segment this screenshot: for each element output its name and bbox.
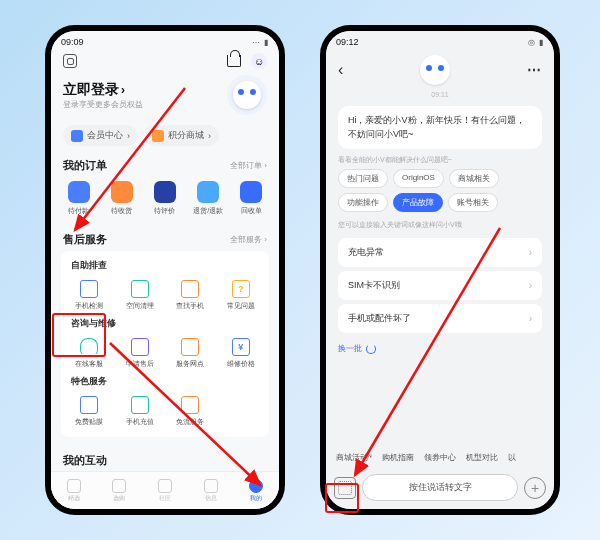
message-icon[interactable]: ☺	[251, 53, 267, 69]
chevron-right-icon: ›	[529, 247, 532, 258]
status-time-r: 09:12	[336, 37, 359, 47]
phone-check-icon	[80, 280, 98, 298]
chip-row: 热门问题 OriginOS 商城相关 功能操作 产品故障 账号相关	[326, 169, 554, 218]
repair-price[interactable]: ¥维修价格	[217, 334, 266, 373]
order-recycle[interactable]: 回收单	[231, 181, 271, 216]
storage-clean[interactable]: 空间清理	[116, 276, 165, 315]
robot-avatar-icon	[233, 81, 261, 109]
order-refund[interactable]: 退货/退款	[188, 181, 228, 216]
login-subtitle: 登录享受更多会员权益	[63, 99, 143, 110]
tab-community[interactable]: 社区	[158, 479, 172, 503]
tab-featured[interactable]: 精选	[67, 479, 81, 503]
wallet-icon	[68, 181, 90, 203]
tab-messages[interactable]: 信息	[204, 479, 218, 503]
refresh-icon	[366, 344, 376, 354]
diamond-icon	[71, 130, 83, 142]
aftersale-title: 售后服务	[63, 232, 107, 247]
settings-hex-icon[interactable]	[63, 54, 77, 68]
form-icon	[131, 338, 149, 356]
status-time: 09:09	[61, 37, 84, 47]
quick-model-compare[interactable]: 机型对比	[466, 452, 498, 463]
status-icons-right: ⋯ ▮	[252, 38, 269, 47]
chip-account[interactable]: 账号相关	[448, 193, 498, 212]
cart-icon[interactable]	[227, 55, 241, 67]
order-pending-receipt[interactable]: 待收货	[102, 181, 142, 216]
chip-function[interactable]: 功能操作	[338, 193, 388, 212]
tab-shop[interactable]: 选购	[112, 479, 126, 503]
phone-left: 09:09 ⋯ ▮ ☺ 立即登录› 登录享受更多会员权益 会员中心 ›	[45, 25, 285, 515]
chip-hot[interactable]: 热门问题	[338, 169, 388, 188]
plus-button[interactable]: +	[524, 477, 546, 499]
keyboard-toggle-icon[interactable]	[334, 477, 356, 499]
interact-title: 我的互动	[63, 453, 107, 468]
status-icons-r: ◎ ▮	[528, 38, 544, 47]
headset-icon	[80, 338, 98, 356]
phone-topup[interactable]: 手机充值	[116, 392, 165, 431]
refresh-batch[interactable]: 换一批	[326, 337, 554, 360]
broom-icon	[131, 280, 149, 298]
chat-avatar-icon	[420, 55, 450, 85]
login-title[interactable]: 立即登录›	[63, 81, 143, 99]
voice-input[interactable]: 按住说话转文字	[362, 474, 518, 501]
chip-mall[interactable]: 商城相关	[449, 169, 499, 188]
points-mall-pill[interactable]: 积分商城 ›	[144, 125, 219, 146]
service-point[interactable]: 服务网点	[166, 334, 215, 373]
quick-buying-guide[interactable]: 购机指南	[382, 452, 414, 463]
orders-more[interactable]: 全部订单 ›	[230, 160, 267, 171]
quick-mall-activity[interactable]: 商城活动ᴺ	[336, 452, 372, 463]
package-icon	[111, 181, 133, 203]
chevron-right-icon: ›	[529, 280, 532, 291]
orders-title: 我的订单	[63, 158, 107, 173]
avatar[interactable]	[227, 75, 267, 115]
chat-input-row: 按住说话转文字 +	[326, 470, 554, 505]
coin-icon	[152, 130, 164, 142]
quick-trade-in[interactable]: 以	[508, 452, 516, 463]
find-phone[interactable]: 查找手机	[166, 276, 215, 315]
group-consult-title: 咨询与维修	[65, 315, 265, 334]
faq-broken[interactable]: 手机或配件坏了›	[338, 304, 542, 333]
input-tip: 您可以直接输入关键词或像这样问小V哦	[326, 218, 554, 234]
film-icon	[80, 396, 98, 414]
phone-right: 09:12 ◎ ▮ ‹ ⋯ 09:11 Hi，亲爱的小V粉，新年快乐！有什么问题…	[320, 25, 560, 515]
tab-mine[interactable]: 我的	[249, 479, 263, 503]
greeting-bubble: Hi，亲爱的小V粉，新年快乐！有什么问题，不妨问问小V吧~	[338, 106, 542, 149]
faq[interactable]: ?常见问题	[217, 276, 266, 315]
phone-check[interactable]: 手机检测	[65, 276, 114, 315]
apply-aftersale[interactable]: 申请售后	[116, 334, 165, 373]
aftersale-more[interactable]: 全部服务 ›	[230, 234, 267, 245]
chevron-right-icon: ›	[529, 313, 532, 324]
group-special-title: 特色服务	[65, 373, 265, 392]
refund-icon	[197, 181, 219, 203]
chip-originos[interactable]: OriginOS	[393, 169, 444, 188]
back-button[interactable]: ‹	[338, 61, 343, 79]
order-pending-payment[interactable]: 待付款	[59, 181, 99, 216]
faq-sim[interactable]: SIM卡不识别›	[338, 271, 542, 300]
review-icon	[154, 181, 176, 203]
member-center-pill[interactable]: 会员中心 ›	[63, 125, 138, 146]
price-icon: ¥	[232, 338, 250, 356]
more-menu[interactable]: ⋯	[527, 62, 542, 78]
bag-icon	[112, 479, 126, 493]
chip-product-fault[interactable]: 产品故障	[393, 193, 443, 212]
question-icon: ?	[232, 280, 250, 298]
free-film[interactable]: 免费贴膜	[65, 392, 114, 431]
recycle-icon	[240, 181, 262, 203]
free-data[interactable]: 免流服务	[166, 392, 215, 431]
person-icon	[249, 479, 263, 493]
quick-coupon-center[interactable]: 领券中心	[424, 452, 456, 463]
group-selfcheck-title: 自助排查	[65, 257, 265, 276]
community-icon	[158, 479, 172, 493]
heart-icon	[67, 479, 81, 493]
online-service[interactable]: 在线客服	[65, 334, 114, 373]
status-bar-r: 09:12 ◎ ▮	[326, 31, 554, 49]
aftersale-card: 自助排查 手机检测 空间清理 查找手机 ?常见问题 咨询与维修 在线客服 申请售…	[61, 251, 269, 437]
order-pending-review[interactable]: 待评价	[145, 181, 185, 216]
faq-charging[interactable]: 充电异常›	[338, 238, 542, 267]
message-tab-icon	[204, 479, 218, 493]
data-icon	[181, 396, 199, 414]
quick-links-row: 商城活动ᴺ 购机指南 领券中心 机型对比 以	[326, 446, 554, 469]
status-bar: 09:09 ⋯ ▮	[51, 31, 279, 49]
tab-bar: 精选 选购 社区 信息 我的	[51, 471, 279, 509]
location-icon	[181, 338, 199, 356]
topup-icon	[131, 396, 149, 414]
